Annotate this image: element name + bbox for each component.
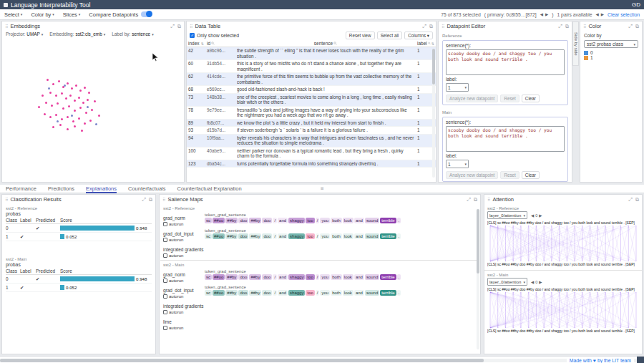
autorun-checkbox[interactable]: autorun — [163, 310, 205, 314]
user-initials[interactable]: GD — [632, 1, 640, 8]
scatter-point[interactable] — [85, 112, 87, 114]
autorun-checkbox[interactable]: autorun — [163, 238, 205, 242]
scatter-point[interactable] — [88, 92, 90, 94]
color-by-select[interactable]: sst2 probas class ▾ — [584, 40, 638, 48]
prev-pair-icon[interactable]: ◀ — [596, 12, 599, 16]
scrollbar-thumb[interactable] — [477, 209, 479, 274]
scatter-point[interactable] — [57, 102, 59, 105]
compare-datapoints-toggle[interactable] — [141, 11, 152, 17]
table-row[interactable]: 89fb8c07...we know the plot 's a little … — [187, 120, 436, 127]
scatter-point[interactable] — [79, 107, 82, 109]
scatter-point[interactable] — [61, 92, 63, 95]
maximize-icon[interactable]: ⤢ — [558, 24, 562, 29]
autorun-checkbox[interactable]: autorun — [163, 222, 205, 226]
label-select[interactable]: 1▾ — [446, 160, 469, 168]
reset-view-button[interactable]: Reset view — [346, 32, 375, 39]
maximize-icon[interactable]: ⤢ — [467, 197, 471, 203]
select-all-button[interactable]: Select all — [377, 32, 403, 39]
scatter-point[interactable] — [82, 102, 84, 104]
scatter-point[interactable] — [72, 120, 74, 122]
scatter-point[interactable] — [67, 128, 69, 130]
popout-icon[interactable]: ⧉ — [474, 197, 477, 203]
clear-selection-button[interactable]: Clear selection — [608, 12, 640, 17]
prev-head-icon[interactable]: ◀ — [531, 213, 534, 218]
popout-icon[interactable]: ⧉ — [635, 24, 639, 29]
scatter-point[interactable] — [71, 87, 73, 89]
projector-select[interactable]: Projector: UMAP ▾ — [6, 32, 43, 37]
scrollbar-thumb[interactable] — [0, 359, 484, 362]
next-head-icon[interactable]: ▶ — [539, 213, 542, 218]
scatter-point[interactable] — [98, 115, 100, 117]
next-head-icon[interactable]: ▶ — [539, 280, 542, 284]
scatter-point[interactable] — [51, 105, 53, 107]
scatter-point[interactable] — [84, 87, 86, 89]
scatter-point[interactable] — [52, 83, 54, 85]
scatter-point[interactable] — [55, 114, 57, 116]
clear-button[interactable]: Clear — [522, 95, 540, 102]
popout-icon[interactable]: ⧉ — [177, 24, 181, 29]
maximize-icon[interactable]: ⤢ — [628, 24, 633, 29]
select-menu[interactable]: Select ▾ — [4, 11, 22, 18]
label-by-select[interactable]: Label by: sentence ▾ — [112, 32, 153, 37]
drag-handle-icon[interactable]: ⠿ — [162, 197, 165, 202]
tab-counterfactual-explanation[interactable]: Counterfactual Explanation — [177, 185, 242, 193]
drag-handle-icon[interactable]: ⠿ — [583, 24, 586, 29]
scatter-point[interactable] — [74, 100, 76, 102]
reset-button[interactable]: Reset — [500, 171, 519, 179]
only-show-selected-checkbox[interactable]: Only show selected — [190, 33, 239, 38]
maximize-icon[interactable]: ⤢ — [170, 24, 175, 29]
slices-menu[interactable]: Slices ▾ — [63, 11, 81, 18]
scatter-point[interactable] — [64, 84, 66, 87]
prev-head-icon[interactable]: ◀ — [531, 280, 534, 284]
popout-icon[interactable]: ⧉ — [565, 24, 569, 29]
drag-handle-icon[interactable]: ⠿ — [190, 24, 192, 29]
scatter-point[interactable] — [59, 124, 62, 126]
popout-icon[interactable]: ⧉ — [429, 24, 433, 29]
lit-team-link[interactable]: by the LIT team — [597, 358, 631, 363]
scatter-point[interactable] — [75, 84, 77, 87]
scatter-point[interactable] — [61, 118, 63, 120]
autorun-checkbox[interactable]: autorun — [163, 294, 205, 299]
scatter-point[interactable] — [91, 109, 93, 111]
scatter-point[interactable] — [78, 117, 80, 120]
scatter-point[interactable] — [74, 110, 76, 112]
maximize-icon[interactable]: ⤢ — [142, 197, 146, 203]
scatter-point[interactable] — [48, 87, 50, 89]
scatter-point[interactable] — [87, 106, 89, 108]
table-row[interactable]: 68e569cc...good old-fashioned slash-and-… — [187, 86, 436, 94]
scatter-point[interactable] — [42, 95, 44, 97]
scatter-point[interactable] — [89, 120, 92, 122]
table-row[interactable]: 10040abe9...neither parker nor donovan i… — [187, 147, 436, 160]
next-pair-icon[interactable]: ▶ — [601, 12, 604, 16]
layer-select[interactable]: layer_0/attention▾ — [487, 278, 527, 286]
tab-counterfactuals[interactable]: Counterfactuals — [128, 185, 166, 193]
scrollbar-thumb[interactable] — [432, 49, 435, 84]
table-row[interactable]: 93d15b7d...if steven soderbergh 's ` sol… — [187, 127, 436, 135]
scatter-point[interactable] — [55, 95, 57, 97]
embeddings-scatter[interactable] — [2, 37, 184, 182]
table-row[interactable]: 62414cde...the primitive force of this f… — [187, 73, 436, 86]
sentence-textarea[interactable]: scooby dooby doo / and shaggy too / you … — [446, 49, 565, 75]
scatter-point[interactable] — [58, 80, 60, 82]
table-row[interactable]: 123dba54c...turns potentially forgettabl… — [187, 160, 436, 168]
drag-handle-icon[interactable]: ≡ — [321, 185, 324, 192]
scatter-point[interactable] — [67, 116, 69, 118]
scatter-point[interactable] — [52, 126, 54, 128]
autorun-checkbox[interactable]: autorun — [163, 326, 205, 330]
maximize-icon[interactable]: ⤢ — [422, 24, 426, 29]
autorun-checkbox[interactable]: autorun — [163, 253, 205, 258]
scatter-point[interactable] — [95, 123, 97, 125]
scatter-point[interactable] — [84, 122, 86, 125]
scatter-point[interactable] — [71, 115, 73, 117]
scatter-point[interactable] — [49, 116, 52, 118]
scatter-point[interactable] — [94, 100, 96, 102]
scatter-point[interactable] — [74, 125, 76, 127]
table-row[interactable]: 789e79ee...fresnadillo 's dark and jolti… — [187, 107, 436, 120]
table-row[interactable]: 42a9bc96...the subtle strength of `` ell… — [187, 47, 436, 60]
table-row[interactable]: 73148b38...one of the creepiest , scarie… — [187, 94, 436, 107]
tab-explanations[interactable]: Explanations — [86, 185, 117, 193]
reset-button[interactable]: Reset — [500, 95, 519, 102]
scatter-point[interactable] — [87, 99, 89, 101]
scatter-point[interactable] — [62, 107, 64, 110]
analyze-datapoint-button[interactable]: Analyze new datapoint — [446, 171, 498, 179]
